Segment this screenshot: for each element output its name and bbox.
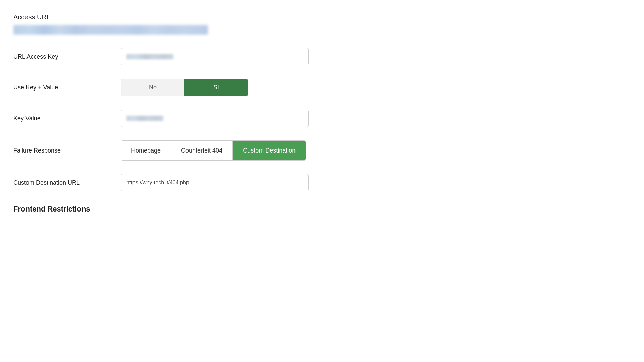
access-url-title: Access URL: [13, 13, 470, 21]
key-value-label: Key Value: [13, 115, 121, 122]
url-access-key-blurred: [126, 54, 173, 59]
custom-destination-button[interactable]: Custom Destination: [233, 141, 306, 160]
key-value-blurred: [126, 116, 163, 121]
failure-response-toggle: Homepage Counterfeit 404 Custom Destinat…: [121, 140, 306, 161]
frontend-restrictions-title: Frontend Restrictions: [13, 205, 470, 214]
toggle-si-button[interactable]: Sì: [184, 79, 248, 96]
counterfeit404-button[interactable]: Counterfeit 404: [171, 141, 233, 160]
key-value-input[interactable]: [121, 110, 309, 127]
homepage-button[interactable]: Homepage: [121, 141, 171, 160]
toggle-no-button[interactable]: No: [121, 79, 184, 96]
url-access-key-row: URL Access Key: [13, 48, 470, 65]
use-key-value-label: Use Key + Value: [13, 84, 121, 91]
key-value-row: Key Value: [13, 110, 470, 127]
failure-response-row: Failure Response Homepage Counterfeit 40…: [13, 140, 470, 161]
url-access-key-label: URL Access Key: [13, 53, 121, 60]
custom-destination-url-row: Custom Destination URL: [13, 174, 470, 191]
page-container: Access URL URL Access Key Use Key + Valu…: [7, 13, 476, 214]
failure-response-label: Failure Response: [13, 147, 121, 154]
url-access-key-input[interactable]: [121, 48, 309, 65]
access-url-value: [13, 25, 208, 35]
custom-destination-url-label: Custom Destination URL: [13, 179, 121, 186]
use-key-value-row: Use Key + Value No Sì: [13, 79, 470, 96]
custom-destination-url-input[interactable]: [121, 174, 309, 191]
use-key-value-toggle: No Sì: [121, 79, 248, 96]
access-url-section: Access URL: [13, 13, 470, 35]
